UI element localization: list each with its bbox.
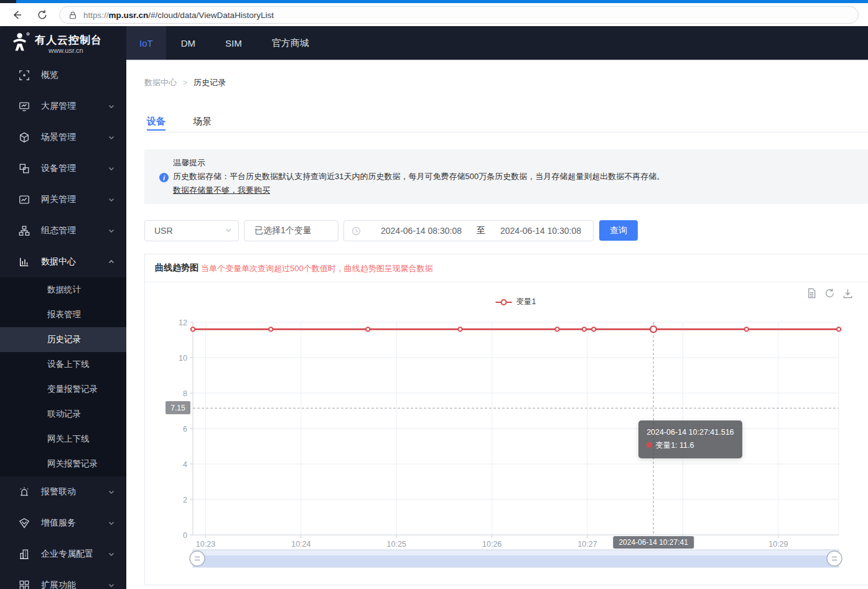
tab-active-underline: [147, 129, 166, 131]
sidebar-item-bigscreen[interactable]: 大屏管理: [0, 91, 126, 122]
query-button[interactable]: 查询: [599, 220, 638, 241]
sidebar-item-label: 企业专属配置: [41, 549, 93, 560]
logo-title: 有人云控制台: [35, 33, 102, 47]
nav-tab-dm[interactable]: DM: [166, 26, 210, 60]
extension-icon: [19, 580, 30, 589]
app-header: 有人云控制台 www.usr.cn IoT DM SIM 官方商城: [0, 26, 868, 60]
sidebar-item-alarm-linkage[interactable]: 报警联动: [0, 476, 126, 508]
sidebar-item-scene[interactable]: 场景管理: [0, 122, 126, 153]
variable-select[interactable]: 已选择1个变量: [244, 220, 338, 241]
submenu-item-device-online-offline[interactable]: 设备上下线: [0, 352, 126, 377]
tabs-divider: [144, 132, 868, 132]
sidebar-item-label: 扩展功能: [41, 580, 76, 589]
nav-tab-sim[interactable]: SIM: [210, 26, 257, 60]
submenu-item-report-management[interactable]: 报表管理: [0, 302, 126, 327]
datazoom-handle-left[interactable]: [190, 551, 205, 566]
chevron-down-icon: [108, 582, 115, 589]
sidebar-item-label: 设备管理: [41, 163, 76, 174]
submenu-item-linkage-records[interactable]: 联动记录: [0, 402, 126, 427]
buy-storage-link[interactable]: 数据存储量不够，我要购买: [173, 185, 270, 196]
tab-scene[interactable]: 场景: [193, 116, 212, 128]
data-point[interactable]: [366, 327, 370, 331]
sidebar-item-scada[interactable]: 组态管理: [0, 215, 126, 246]
notice-body: 历史数据存储：平台历史数据默认支持查询近31天内的历史数据，每月可免费存储500…: [173, 171, 665, 182]
data-point[interactable]: [191, 327, 195, 331]
data-view-icon[interactable]: [806, 288, 817, 299]
svg-text:10:23: 10:23: [196, 540, 215, 549]
restore-icon[interactable]: [824, 288, 835, 299]
sidebar-item-label: 报警联动: [41, 486, 76, 498]
clock-icon: [352, 226, 361, 236]
data-point-hovered[interactable]: [650, 326, 656, 332]
sidebar-item-extensions[interactable]: 扩展功能: [0, 570, 126, 589]
chevron-down-icon: [108, 134, 115, 141]
top-nav: IoT DM SIM 官方商城: [126, 26, 324, 60]
logo-subtitle: www.usr.cn: [49, 47, 83, 54]
tab-device[interactable]: 设备: [147, 116, 166, 128]
svg-text:6: 6: [183, 425, 187, 434]
data-point[interactable]: [745, 327, 749, 331]
download-icon[interactable]: [842, 288, 853, 299]
chevron-down-icon: [108, 103, 115, 110]
nav-tab-mall[interactable]: 官方商城: [257, 26, 324, 60]
device-select[interactable]: USR: [144, 220, 239, 241]
datazoom-handle-right[interactable]: [827, 551, 842, 566]
url-path: /#/cloud/data/ViewDataHistoryList: [148, 11, 274, 20]
back-arrow-icon: [11, 9, 23, 21]
alarm-icon: [19, 486, 30, 498]
submenu-item-variable-alarm-records[interactable]: 变量报警记录: [0, 377, 126, 402]
chevron-down-icon: [108, 227, 115, 234]
sidebar-item-enterprise-config[interactable]: 企业专属配置: [0, 539, 126, 570]
logo-block[interactable]: 有人云控制台 www.usr.cn: [0, 26, 126, 60]
data-point[interactable]: [458, 327, 462, 331]
notice-panel: 温馨提示 i 历史数据存储：平台历史数据默认支持查询近31天内的历史数据，每月可…: [144, 149, 868, 204]
trend-chart: 10:2310:2410:2510:2610:2710:2810:2902468…: [144, 283, 868, 585]
submenu-item-gateway-online-offline[interactable]: 网关上下线: [0, 427, 126, 452]
legend-label: 变量1: [516, 297, 536, 307]
svg-text:10:24: 10:24: [291, 540, 310, 549]
svg-text:10: 10: [179, 354, 187, 363]
url-text: https://mp.usr.cn/#/cloud/data/ViewDataH…: [83, 11, 274, 20]
sidebar-item-overview[interactable]: 概览: [0, 60, 126, 91]
notice-title: 温馨提示: [173, 157, 205, 169]
data-point[interactable]: [269, 327, 273, 331]
x-axis-pointer-label: 2024-06-14 10:27:41: [613, 536, 693, 549]
submenu-item-data-statistics[interactable]: 数据统计: [0, 277, 126, 302]
device-select-value: USR: [154, 226, 173, 236]
data-point[interactable]: [592, 327, 595, 331]
legend-item-var1[interactable]: 变量1: [496, 297, 536, 307]
sidebar-item-label: 网关管理: [41, 194, 76, 205]
chart-card-divider: [145, 282, 868, 282]
date-end-value[interactable]: 2024-06-14 10:30:08: [500, 226, 581, 236]
vas-icon: [19, 517, 30, 529]
svg-text:10:25: 10:25: [387, 540, 406, 549]
date-start-value[interactable]: 2024-06-14 08:30:08: [381, 226, 462, 236]
data-point[interactable]: [555, 327, 559, 331]
header-divider: [126, 60, 868, 61]
breadcrumb-separator-icon: >: [183, 78, 187, 87]
back-button[interactable]: [9, 7, 25, 23]
url-host: mp.usr.cn: [109, 11, 149, 20]
breadcrumb-parent[interactable]: 数据中心: [144, 77, 177, 88]
data-center-icon: [19, 256, 30, 267]
sidebar-item-gateway[interactable]: 网关管理: [0, 184, 126, 215]
chart-section-title: 曲线趋势图: [155, 262, 198, 274]
refresh-button[interactable]: [34, 7, 50, 23]
sidebar-item-device[interactable]: 设备管理: [0, 153, 126, 184]
nav-tab-iot[interactable]: IoT: [126, 26, 166, 60]
series-color-dot-icon: [646, 442, 652, 448]
data-point[interactable]: [582, 327, 586, 331]
svg-text:12: 12: [179, 318, 187, 327]
submenu-item-gateway-alarm-records[interactable]: 网关报警记录: [0, 452, 126, 476]
data-point[interactable]: [837, 327, 841, 331]
sidebar-item-value-added-services[interactable]: 增值服务: [0, 508, 126, 539]
trend-chart-canvas: 10:2310:2410:2510:2610:2710:2810:2902468…: [144, 283, 868, 585]
submenu-item-history-records[interactable]: 历史记录: [0, 327, 126, 352]
sidebar-item-data-center[interactable]: 数据中心: [0, 246, 126, 277]
y-axis-pointer-label: 7.15: [166, 401, 190, 414]
url-bar[interactable]: https://mp.usr.cn/#/cloud/data/ViewDataH…: [59, 6, 859, 24]
variable-select-value: 已选择1个变量: [254, 225, 312, 236]
date-range-picker[interactable]: 2024-06-14 08:30:08 至 2024-06-14 10:30:0…: [343, 220, 594, 241]
datazoom-selected-range[interactable]: [193, 555, 839, 567]
sidebar-item-label: 数据中心: [41, 256, 76, 267]
